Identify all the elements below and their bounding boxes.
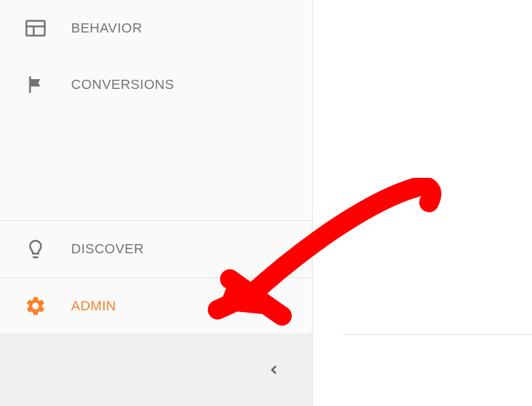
sidebar-item-label: BEHAVIOR <box>71 20 142 36</box>
behavior-icon <box>25 17 47 39</box>
sidebar: BEHAVIOR CONVERSIONS DISCOVER <box>0 0 313 406</box>
sidebar-item-label: DISCOVER <box>71 241 144 257</box>
bulb-icon <box>25 238 47 260</box>
collapse-bar <box>0 335 312 406</box>
chevron-left-icon[interactable] <box>267 359 281 382</box>
sidebar-item-label: ADMIN <box>71 298 116 314</box>
sidebar-item-admin[interactable]: ADMIN <box>0 278 312 335</box>
sidebar-item-label: CONVERSIONS <box>71 77 174 93</box>
main-content <box>313 0 532 406</box>
spacer <box>0 113 312 180</box>
svg-rect-0 <box>26 21 45 36</box>
sidebar-item-conversions[interactable]: CONVERSIONS <box>0 56 312 113</box>
main-divider <box>342 334 532 335</box>
bottom-section: DISCOVER ADMIN <box>0 220 312 335</box>
sidebar-item-behavior[interactable]: BEHAVIOR <box>0 0 312 56</box>
sidebar-item-discover[interactable]: DISCOVER <box>0 221 312 278</box>
flag-icon <box>25 74 47 96</box>
nav-items: BEHAVIOR CONVERSIONS <box>0 0 312 220</box>
gear-icon <box>25 295 47 317</box>
